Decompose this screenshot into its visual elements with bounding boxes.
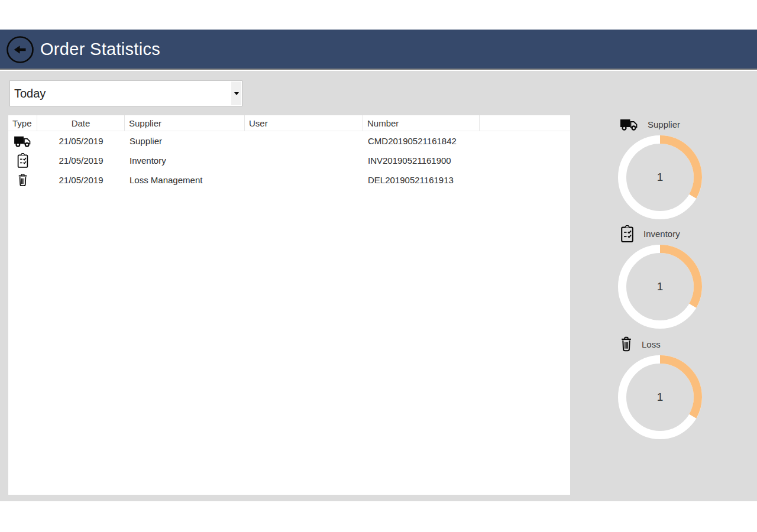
order-statistics-window: Order Statistics Today Type Date Supplie… (0, 0, 757, 532)
row-type-cell (8, 151, 37, 170)
column-header-blank (480, 115, 570, 131)
period-filter-dropdown[interactable]: Today (9, 80, 242, 106)
row-supplier-cell: Loss Management (125, 170, 245, 190)
row-user-cell (245, 131, 363, 151)
trash-icon (620, 336, 633, 352)
chart-legend: Inventory (618, 225, 702, 242)
row-number-cell: INV20190521161900 (363, 151, 480, 170)
row-user-cell (245, 151, 363, 170)
donut-supplier: 1 (618, 135, 702, 219)
donut-chart-supplier: Supplier 1 (618, 115, 702, 219)
table-row[interactable]: 21/05/2019 Supplier CMD20190521161842 (8, 131, 570, 151)
column-header-supplier[interactable]: Supplier (125, 115, 245, 131)
chart-label: Supplier (648, 119, 680, 129)
period-filter-value: Today (10, 87, 231, 100)
workspace: Today Type Date Supplier User Number (0, 71, 757, 501)
chart-value: 1 (618, 135, 702, 219)
row-supplier-cell: Inventory (125, 151, 245, 170)
donut-chart-inventory: Inventory 1 (618, 225, 702, 329)
chart-label: Inventory (643, 229, 680, 239)
table-row[interactable]: 21/05/2019 Inventory INV20190521161900 (8, 151, 570, 170)
row-number-cell: CMD20190521161842 (363, 131, 480, 151)
row-blank-cell (480, 151, 570, 170)
row-blank-cell (480, 170, 570, 190)
truck-icon (620, 117, 639, 131)
clipboard-checklist-icon (17, 153, 29, 168)
chart-legend: Loss (618, 335, 702, 353)
column-header-user[interactable]: User (245, 115, 363, 131)
donut-loss: 1 (618, 355, 702, 439)
column-header-date[interactable]: Date (37, 115, 125, 131)
column-header-number[interactable]: Number (363, 115, 480, 131)
donut-inventory: 1 (618, 245, 702, 329)
row-date-cell: 21/05/2019 (37, 151, 125, 170)
chart-value: 1 (618, 355, 702, 439)
row-date-cell: 21/05/2019 (37, 131, 125, 151)
clipboard-checklist-icon (620, 225, 635, 243)
chevron-down-icon (234, 92, 239, 95)
table-header-row: Type Date Supplier User Number (8, 115, 570, 131)
page-title: Order Statistics (40, 30, 160, 70)
back-button[interactable] (6, 35, 34, 64)
row-blank-cell (480, 131, 570, 151)
dropdown-arrow-button[interactable] (231, 82, 241, 105)
arrow-left-icon (6, 35, 34, 64)
row-type-cell (8, 170, 37, 190)
table-row[interactable]: 21/05/2019 Loss Management DEL2019052116… (8, 170, 570, 190)
row-supplier-cell: Supplier (125, 131, 245, 151)
row-type-cell (8, 131, 37, 151)
title-bar: Order Statistics (0, 30, 757, 70)
chart-label: Loss (642, 339, 661, 349)
trash-icon (17, 173, 28, 187)
chart-value: 1 (618, 245, 702, 329)
truck-icon (14, 134, 32, 148)
column-header-type[interactable]: Type (8, 115, 37, 131)
orders-table: Type Date Supplier User Number (8, 115, 570, 495)
row-user-cell (245, 170, 363, 190)
donut-chart-loss: Loss 1 (618, 335, 702, 439)
chart-legend: Supplier (618, 115, 702, 133)
row-number-cell: DEL20190521161913 (363, 170, 480, 190)
row-date-cell: 21/05/2019 (37, 170, 125, 190)
